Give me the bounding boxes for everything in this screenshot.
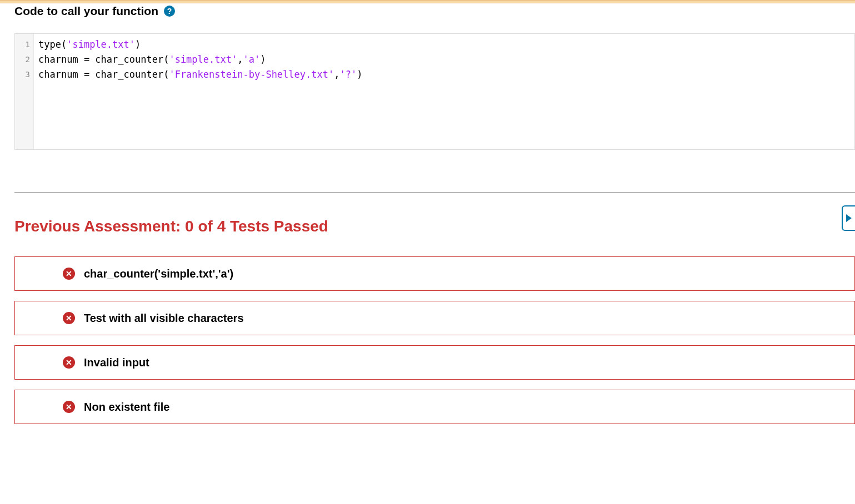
- line-number: 1: [15, 37, 30, 52]
- line-number: 2: [15, 52, 30, 67]
- code-line: type('simple.txt'): [38, 37, 850, 52]
- test-row[interactable]: ✕char_counter('simple.txt','a'): [14, 256, 855, 291]
- test-label: Non existent file: [84, 401, 169, 414]
- test-label: Invalid input: [84, 356, 149, 369]
- code-token: ,: [334, 69, 339, 80]
- code-token: ): [135, 39, 141, 50]
- code-token: '?': [339, 69, 357, 80]
- svg-marker-0: [846, 214, 852, 222]
- section-divider: [14, 192, 855, 193]
- code-gutter: 123: [15, 34, 34, 149]
- code-token: ): [357, 69, 362, 80]
- code-token: charnum = char_counter(: [38, 54, 169, 65]
- test-label: char_counter('simple.txt','a'): [84, 268, 233, 280]
- code-token: ): [260, 54, 266, 65]
- top-banner: [0, 0, 855, 3]
- code-area[interactable]: type('simple.txt')charnum = char_counter…: [34, 34, 854, 149]
- test-label: Test with all visible characters: [84, 312, 244, 325]
- test-row[interactable]: ✕Test with all visible characters: [14, 301, 855, 335]
- code-token: 'simple.txt': [67, 39, 135, 50]
- assessment-title: Previous Assessment: 0 of 4 Tests Passed: [14, 218, 855, 235]
- fail-icon: ✕: [63, 401, 75, 413]
- section-title: Code to call your function: [14, 4, 158, 18]
- code-token: 'a': [243, 54, 260, 65]
- code-token: ,: [237, 54, 243, 65]
- test-list: ✕char_counter('simple.txt','a')✕Test wit…: [14, 256, 855, 424]
- fail-icon: ✕: [63, 268, 75, 280]
- code-token: 'Frankenstein-by-Shelley.txt': [169, 69, 334, 80]
- help-icon[interactable]: ?: [164, 6, 175, 17]
- code-editor[interactable]: 123 type('simple.txt')charnum = char_cou…: [14, 33, 855, 150]
- main-content: Code to call your function ? 123 type('s…: [0, 4, 855, 424]
- test-row[interactable]: ✕Invalid input: [14, 345, 855, 380]
- fail-icon: ✕: [63, 356, 75, 369]
- code-token: charnum = char_counter(: [38, 69, 169, 80]
- code-token: 'simple.txt': [169, 54, 237, 65]
- code-token: type(: [38, 39, 67, 50]
- line-number: 3: [15, 67, 30, 82]
- code-line: charnum = char_counter('simple.txt','a'): [38, 52, 850, 67]
- code-line: charnum = char_counter('Frankenstein-by-…: [38, 67, 850, 82]
- fail-icon: ✕: [63, 312, 75, 324]
- test-row[interactable]: ✕Non existent file: [14, 390, 855, 424]
- section-title-row: Code to call your function ?: [14, 4, 855, 18]
- play-icon: [846, 214, 852, 222]
- run-button[interactable]: [842, 205, 855, 231]
